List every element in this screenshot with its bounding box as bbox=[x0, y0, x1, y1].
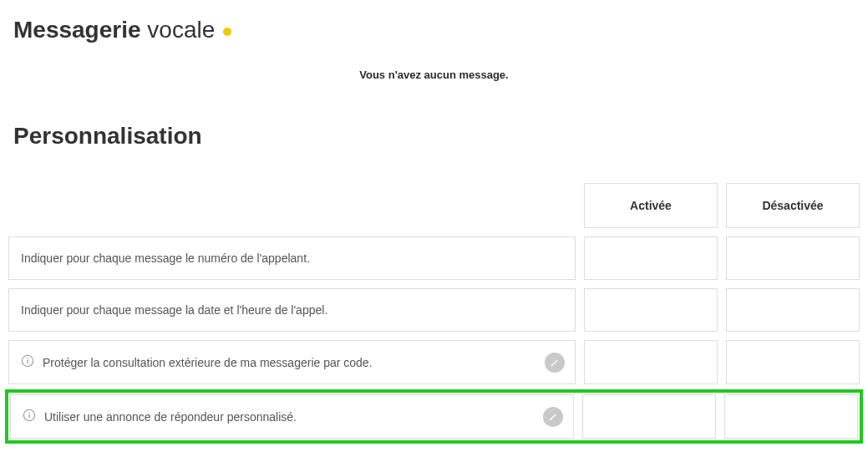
title-dot-icon bbox=[223, 28, 231, 36]
check-icon bbox=[640, 408, 658, 426]
check-icon bbox=[642, 249, 660, 267]
edit-button[interactable] bbox=[543, 407, 563, 427]
info-icon[interactable] bbox=[21, 354, 34, 370]
activated-toggle[interactable] bbox=[584, 288, 718, 332]
setting-label-text: Utiliser une annonce de répondeur person… bbox=[44, 410, 297, 424]
setting-row-label: Indiquer pour chaque message la date et … bbox=[8, 288, 576, 332]
activated-toggle[interactable] bbox=[584, 340, 718, 384]
pencil-icon bbox=[548, 412, 558, 422]
empty-message: Vous n'avez aucun message. bbox=[8, 69, 860, 81]
setting-row-label: Indiquer pour chaque message le numéro d… bbox=[8, 236, 576, 280]
check-icon bbox=[642, 301, 660, 319]
deactivated-toggle[interactable] bbox=[726, 288, 860, 332]
setting-row-label: Utiliser une annonce de répondeur person… bbox=[10, 394, 574, 439]
col-header-deactivated: Désactivée bbox=[726, 183, 860, 228]
highlighted-row: Utiliser une annonce de répondeur person… bbox=[5, 389, 863, 444]
section-title: Personnalisation bbox=[13, 123, 860, 150]
title-bold: Messagerie bbox=[13, 17, 141, 43]
setting-row-label: Protéger la consultation extérieure de m… bbox=[8, 340, 576, 384]
check-icon bbox=[642, 353, 660, 372]
page-title: Messagerie vocale bbox=[13, 17, 860, 43]
setting-label-text: Protéger la consultation extérieure de m… bbox=[43, 356, 373, 369]
settings-table: Activée Désactivée Indiquer pour chaque … bbox=[8, 183, 860, 440]
cross-icon bbox=[785, 251, 800, 266]
col-header-activated: Activée bbox=[584, 183, 718, 228]
cross-icon bbox=[784, 409, 799, 424]
activated-toggle[interactable] bbox=[582, 394, 716, 439]
cross-icon bbox=[785, 302, 800, 317]
deactivated-toggle[interactable] bbox=[724, 394, 858, 439]
pencil-icon bbox=[550, 358, 560, 368]
header-spacer bbox=[8, 183, 576, 228]
title-light: vocale bbox=[147, 17, 215, 43]
deactivated-toggle[interactable] bbox=[726, 236, 860, 280]
activated-toggle[interactable] bbox=[584, 236, 718, 280]
deactivated-toggle[interactable] bbox=[726, 340, 860, 384]
info-icon[interactable] bbox=[23, 409, 36, 424]
setting-label-text: Indiquer pour chaque message la date et … bbox=[21, 303, 327, 317]
edit-button[interactable] bbox=[545, 353, 565, 373]
setting-label-text: Indiquer pour chaque message le numéro d… bbox=[21, 251, 310, 265]
cross-icon bbox=[785, 355, 800, 370]
